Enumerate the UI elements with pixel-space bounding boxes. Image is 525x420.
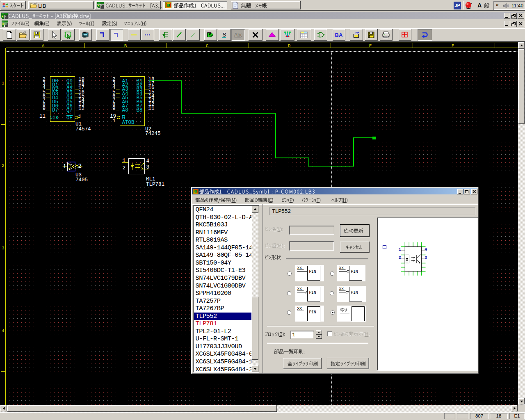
svg-text:12: 12 [78, 106, 84, 112]
svg-text:4: 4 [425, 247, 427, 252]
svg-text:3: 3 [146, 164, 150, 170]
svg-text:1: 1 [2, 81, 5, 86]
svg-text:1: 1 [78, 114, 82, 120]
svg-text:2: 2 [78, 163, 82, 169]
svg-text:1: 1 [63, 163, 66, 170]
svg-text:3: 3 [425, 256, 427, 260]
svg-text:TLP781: TLP781 [146, 182, 164, 187]
svg-text:1: 1 [112, 118, 116, 124]
svg-text:1: 1 [122, 158, 126, 164]
svg-text:CK: CK [52, 115, 59, 121]
svg-text:D7: D7 [52, 107, 58, 113]
svg-text:S: S [222, 32, 226, 38]
svg-text:9: 9 [42, 106, 46, 112]
svg-text:B8: B8 [136, 107, 142, 113]
svg-text:Abc: Abc [234, 32, 242, 38]
svg-text:1: 1 [399, 247, 401, 252]
svg-text:E: E [369, 43, 372, 48]
svg-text:B: B [124, 43, 127, 48]
svg-text:3: 3 [2, 246, 5, 251]
svg-text:2: 2 [2, 163, 5, 168]
svg-text:Q7: Q7 [66, 107, 73, 113]
svg-text:2: 2 [399, 256, 401, 260]
svg-text:RL1: RL1 [146, 176, 155, 182]
svg-text:BA: BA [335, 32, 343, 38]
svg-text:74574: 74574 [75, 126, 91, 132]
svg-text:A: A [42, 43, 45, 48]
svg-text:4: 4 [146, 158, 150, 164]
svg-text:S: S [209, 32, 212, 37]
svg-text:PIN: PIN [309, 290, 316, 295]
svg-text:OE: OE [66, 115, 73, 121]
svg-text:74245: 74245 [145, 131, 161, 137]
svg-text:PIN: PIN [309, 269, 316, 274]
svg-text:11: 11 [148, 106, 155, 112]
svg-text:9: 9 [112, 106, 116, 112]
svg-text:7405: 7405 [75, 177, 88, 183]
svg-text:D: D [288, 43, 291, 48]
svg-text:PIN: PIN [351, 269, 358, 274]
svg-text:F: F [452, 43, 454, 48]
svg-text:2: 2 [122, 165, 126, 171]
svg-text:A8: A8 [122, 107, 128, 113]
svg-text:PIN: PIN [351, 290, 358, 295]
svg-text:PIN: PIN [309, 310, 316, 315]
svg-text:4: 4 [2, 329, 5, 333]
svg-text:C: C [206, 43, 209, 48]
svg-text:ATOB: ATOB [122, 120, 135, 126]
svg-text:11: 11 [39, 114, 46, 119]
